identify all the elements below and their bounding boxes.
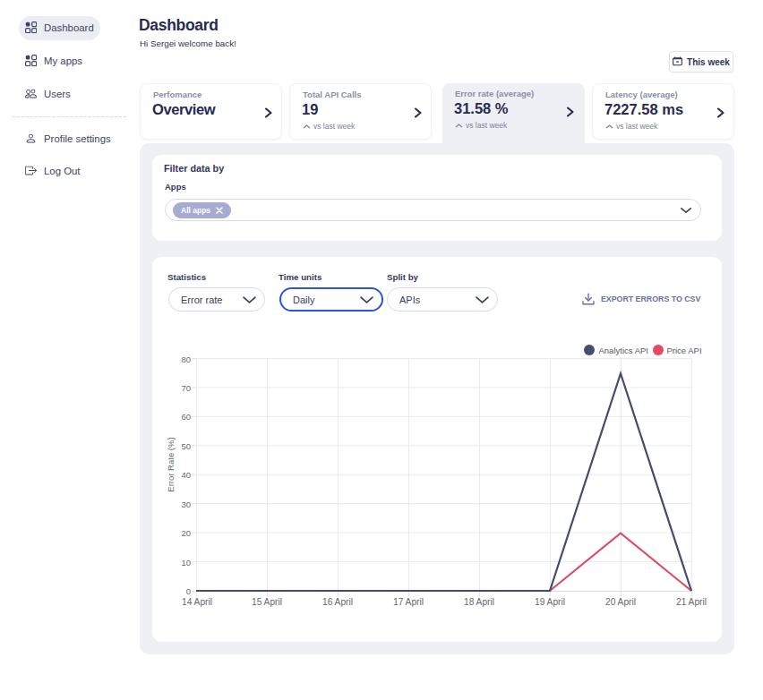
svg-text:19 April: 19 April [535, 597, 565, 607]
svg-text:15 April: 15 April [252, 597, 282, 607]
svg-text:0: 0 [186, 586, 191, 596]
svg-text:80: 80 [181, 354, 191, 364]
svg-text:40: 40 [181, 470, 191, 480]
svg-text:10: 10 [181, 558, 191, 568]
svg-text:17 April: 17 April [393, 597, 424, 607]
svg-text:14 April: 14 April [182, 597, 212, 607]
svg-text:16 April: 16 April [322, 597, 353, 607]
svg-text:21 April: 21 April [676, 597, 707, 607]
svg-text:Analytics API: Analytics API [599, 346, 648, 355]
svg-text:Error Rate (%): Error Rate (%) [166, 437, 176, 491]
svg-text:70: 70 [181, 383, 191, 393]
svg-text:20 April: 20 April [605, 597, 636, 607]
svg-text:50: 50 [181, 441, 191, 451]
svg-text:20: 20 [181, 528, 191, 538]
svg-text:30: 30 [181, 499, 191, 509]
svg-text:18 April: 18 April [464, 597, 494, 607]
svg-text:60: 60 [181, 412, 191, 422]
svg-text:Price API: Price API [667, 346, 702, 355]
